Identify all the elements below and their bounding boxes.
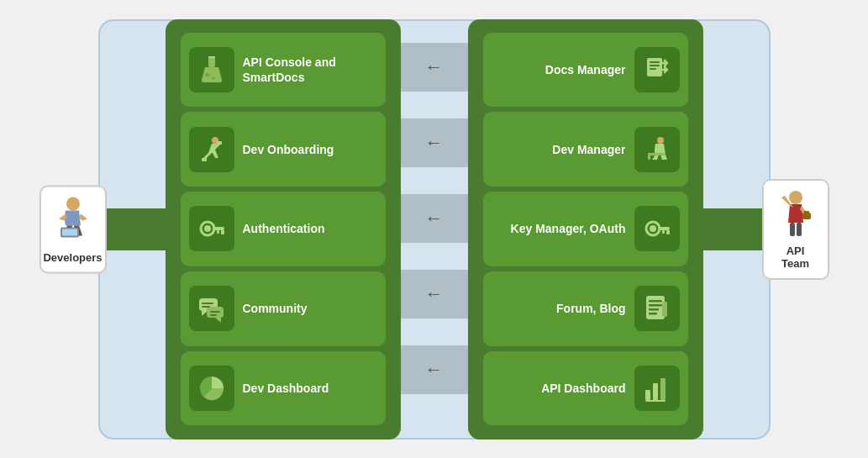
svg-rect-33 [646, 296, 665, 319]
developers-label: Developers [43, 250, 102, 263]
svg-rect-34 [649, 300, 662, 303]
svg-rect-7 [217, 141, 222, 145]
docs-icon [634, 47, 680, 92]
developers-person: Developers [39, 185, 107, 273]
forumblog-icon [634, 286, 680, 331]
diagram-container: ← ← ← ← ← API Console and SmartDocs [31, 11, 838, 448]
developer-figure-icon [52, 195, 94, 245]
right-item-docs-manager: Docs Manager [483, 33, 688, 108]
flask-icon [189, 47, 234, 92]
connector-1: ← [391, 43, 478, 92]
svg-marker-16 [215, 318, 221, 323]
devmgr-icon [634, 127, 680, 172]
svg-point-46 [789, 191, 802, 204]
left-item-dev-dashboard: Dev Dashboard [181, 351, 386, 426]
svg-point-43 [66, 197, 80, 210]
svg-rect-38 [662, 302, 667, 317]
connector-4: ← [391, 270, 478, 318]
svg-point-9 [204, 225, 211, 232]
arrow-3: ← [425, 208, 444, 229]
svg-rect-47 [790, 223, 795, 236]
right-item-dev-manager: Dev Manager [483, 112, 688, 187]
svg-rect-0 [208, 57, 215, 67]
left-item-api-console: API Console and SmartDocs [181, 33, 386, 108]
left-item-dev-dashboard-label: Dev Dashboard [243, 381, 329, 396]
svg-rect-39 [645, 390, 650, 400]
right-item-dev-manager-label: Dev Manager [552, 142, 625, 157]
svg-rect-45 [62, 229, 77, 235]
svg-rect-11 [221, 230, 224, 234]
svg-rect-20 [210, 314, 217, 316]
svg-rect-41 [660, 378, 665, 400]
arrow-4: ← [425, 283, 444, 305]
left-item-authentication: Authentication [181, 192, 386, 266]
connector-5: ← [391, 345, 478, 394]
connector-3: ← [391, 194, 478, 243]
svg-rect-48 [797, 223, 802, 236]
chat-icon [189, 286, 234, 331]
right-column-rows: Docs Manager Dev Manager [475, 26, 697, 433]
svg-rect-32 [662, 230, 665, 234]
api-team-figure-icon [775, 189, 817, 240]
key2-icon [634, 206, 680, 251]
svg-rect-36 [649, 308, 659, 311]
escalator-icon [189, 127, 234, 172]
arrow-5: ← [425, 359, 444, 381]
api-team-person: API Team [762, 179, 829, 280]
key-icon [189, 206, 234, 251]
left-item-dev-onboarding: Dev Onboarding [181, 112, 386, 187]
svg-rect-18 [202, 306, 210, 308]
svg-rect-10 [213, 227, 224, 230]
svg-rect-31 [666, 230, 670, 234]
right-item-api-dashboard-label: API Dashboard [541, 381, 625, 396]
left-item-authentication-label: Authentication [243, 221, 325, 236]
right-h-connector [700, 208, 762, 250]
right-item-forum-blog-label: Forum, Blog [556, 301, 625, 316]
piechart-icon [189, 366, 234, 411]
connector-2: ← [391, 118, 478, 167]
svg-rect-19 [210, 311, 220, 313]
svg-rect-12 [217, 230, 219, 234]
left-column-rows: API Console and SmartDocs Dev Onboarding [172, 26, 394, 433]
left-item-community: Community [181, 271, 386, 346]
right-item-key-manager-label: Key Manager, OAuth [511, 221, 626, 236]
svg-rect-23 [650, 65, 660, 66]
arrow-2: ← [425, 132, 444, 154]
left-item-dev-onboarding-label: Dev Onboarding [243, 142, 334, 157]
arrow-1: ← [425, 56, 444, 78]
svg-rect-30 [658, 227, 670, 230]
svg-rect-17 [202, 303, 213, 304]
right-item-key-manager: Key Manager, OAuth [483, 192, 688, 266]
left-item-community-label: Community [243, 301, 308, 316]
right-item-api-dashboard: API Dashboard [483, 351, 688, 426]
svg-rect-21 [647, 58, 662, 76]
svg-rect-50 [804, 211, 809, 214]
api-team-label: API Team [774, 245, 818, 270]
svg-point-1 [205, 73, 210, 76]
svg-rect-6 [202, 158, 207, 161]
svg-rect-42 [645, 400, 665, 402]
svg-point-2 [212, 76, 215, 79]
svg-point-29 [650, 225, 656, 232]
svg-point-25 [657, 137, 664, 144]
svg-rect-35 [649, 304, 662, 307]
svg-rect-27 [648, 153, 650, 160]
barchart-icon [634, 366, 680, 411]
left-h-connector [107, 208, 169, 250]
right-item-forum-blog: Forum, Blog [483, 271, 688, 346]
svg-marker-14 [202, 311, 208, 316]
left-item-api-console-label: API Console and SmartDocs [243, 55, 377, 85]
right-item-docs-manager-label: Docs Manager [545, 62, 626, 77]
svg-rect-26 [649, 153, 665, 155]
svg-rect-40 [653, 383, 658, 400]
svg-rect-24 [650, 68, 656, 70]
svg-rect-37 [649, 313, 657, 315]
svg-rect-22 [650, 61, 660, 63]
